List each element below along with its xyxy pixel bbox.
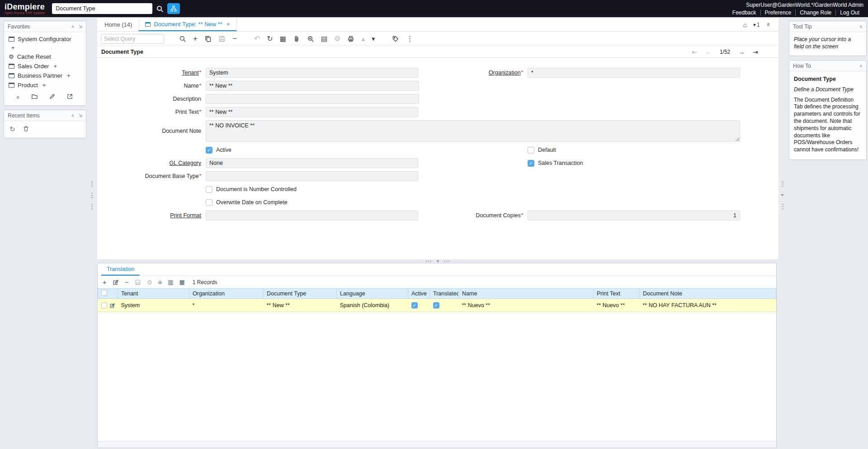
name-field[interactable] xyxy=(206,81,419,91)
undo-icon[interactable]: ↶ xyxy=(254,35,260,42)
preference-link[interactable]: Preference xyxy=(760,9,796,16)
list-view-icon[interactable]: ≡ xyxy=(158,279,162,285)
tenant-field[interactable] xyxy=(206,68,418,78)
close-tab-icon[interactable]: × xyxy=(226,21,230,28)
next-record-icon[interactable]: → xyxy=(738,49,745,55)
south-splitter[interactable]: ▾ xyxy=(97,259,778,263)
row-select-checkbox[interactable] xyxy=(101,303,107,309)
table-row[interactable]: System * ** New ** Spanish (Colombia) **… xyxy=(98,299,776,312)
print-text-field[interactable] xyxy=(206,107,418,117)
feedback-link[interactable]: Feedback xyxy=(728,9,760,16)
select-query-input[interactable] xyxy=(101,34,164,43)
tenant-label[interactable]: Tenant* xyxy=(97,70,206,76)
last-record-icon[interactable]: ⇥ xyxy=(753,49,758,55)
change-role-link[interactable]: Change Role xyxy=(795,9,835,16)
grid-toggle-icon[interactable]: ▦ xyxy=(280,35,286,42)
delete-row-icon[interactable]: − xyxy=(125,279,129,285)
detail-record-icon[interactable]: ▾ xyxy=(372,35,375,42)
trash-icon[interactable] xyxy=(23,125,29,133)
find-record-icon[interactable] xyxy=(179,35,186,42)
search-icon[interactable] xyxy=(156,5,164,13)
column-view-icon[interactable]: ▥ xyxy=(168,279,173,285)
right-splitter[interactable]: ◂ xyxy=(781,20,785,447)
organization-label[interactable]: Organization* xyxy=(419,70,528,76)
edit-favorites-icon[interactable] xyxy=(49,93,56,101)
collapse-all-icon[interactable]: » xyxy=(15,95,22,98)
gl-category-field[interactable] xyxy=(206,158,418,168)
active-checkbox[interactable] xyxy=(206,147,212,154)
col-header-document-type[interactable]: Document Type xyxy=(264,289,337,299)
col-header-tenant[interactable]: Tenant xyxy=(118,289,189,299)
description-field[interactable] xyxy=(206,94,419,104)
overwrite-date-checkbox[interactable] xyxy=(206,199,212,206)
col-header-translated[interactable]: Translated xyxy=(430,289,459,299)
favorites-item-product[interactable]: Product + xyxy=(4,80,86,90)
parent-record-icon[interactable]: ▴ xyxy=(361,35,365,42)
col-header-document-note[interactable]: Document Note xyxy=(640,289,776,299)
new-record-shortcut-icon[interactable]: + xyxy=(67,72,71,79)
print-icon[interactable] xyxy=(347,35,354,42)
delete-record-icon[interactable]: − xyxy=(232,35,237,42)
save-icon[interactable] xyxy=(218,35,226,42)
folder-icon[interactable] xyxy=(31,93,38,101)
tab-translation[interactable]: Translation xyxy=(101,263,140,276)
sales-transaction-checkbox[interactable] xyxy=(528,160,534,167)
new-record-shortcut-icon[interactable]: + xyxy=(42,82,46,89)
previous-record-icon[interactable]: ← xyxy=(705,49,712,55)
grid-view-icon[interactable]: ▦ xyxy=(179,279,185,285)
report-icon[interactable]: ▤ xyxy=(321,35,327,42)
number-controlled-checkbox[interactable] xyxy=(206,186,212,193)
left-splitter[interactable] xyxy=(90,20,94,447)
export-icon[interactable] xyxy=(66,93,73,101)
cell-active-checkbox[interactable] xyxy=(411,302,418,309)
collapse-east-arrow-icon[interactable]: ◂ xyxy=(781,192,783,197)
print-format-field[interactable] xyxy=(206,210,418,220)
collapse-panel-icon[interactable]: ∧ xyxy=(71,24,74,29)
more-options-icon[interactable]: ⋮ xyxy=(406,35,413,42)
edit-row-icon[interactable] xyxy=(113,279,119,285)
tab-home[interactable]: Home (14) xyxy=(98,18,138,31)
document-copies-field[interactable] xyxy=(528,210,740,220)
menu-tree-button[interactable] xyxy=(167,3,180,14)
zoom-across-icon[interactable] xyxy=(307,35,314,42)
favorites-item-system-configurator[interactable]: System Configurator xyxy=(4,34,86,44)
refresh-icon[interactable]: ↻ xyxy=(267,35,273,42)
collapse-panel-icon[interactable]: ∧ xyxy=(859,24,863,29)
expand-panel-icon[interactable]: ⇲ xyxy=(79,24,82,29)
customize-grid-icon[interactable]: ⚙ xyxy=(147,279,153,285)
favorites-item-sales-order[interactable]: Sales Order + xyxy=(4,61,86,71)
new-record-icon[interactable]: + xyxy=(193,35,198,42)
home-icon[interactable]: ⌂ xyxy=(743,22,747,28)
select-all-checkbox[interactable] xyxy=(101,290,107,296)
expand-node-button[interactable]: + xyxy=(4,44,86,52)
copy-record-icon[interactable] xyxy=(204,35,212,42)
print-format-label[interactable]: Print Format xyxy=(97,212,206,219)
collapse-panel-icon[interactable]: ∧ xyxy=(71,113,74,118)
open-windows-dropdown[interactable]: ▾ 1 xyxy=(753,22,760,28)
expand-panel-icon[interactable]: ⇲ xyxy=(79,113,82,118)
col-header-language[interactable]: Language xyxy=(337,289,408,299)
label-tag-icon[interactable] xyxy=(392,35,399,42)
col-header-print-text[interactable]: Print Text xyxy=(594,289,640,299)
cell-translated-checkbox[interactable] xyxy=(433,302,439,309)
archive-icon[interactable]: ⚙ xyxy=(334,35,340,42)
edit-row-icon[interactable] xyxy=(109,303,115,309)
organization-field[interactable] xyxy=(528,68,740,78)
collapse-panel-icon[interactable]: ∧ xyxy=(859,64,863,68)
new-row-icon[interactable]: + xyxy=(103,279,107,285)
document-note-field[interactable]: ** NO INVOICE ** xyxy=(206,120,740,142)
gl-category-label[interactable]: GL Category xyxy=(97,160,206,166)
col-header-organization[interactable]: Organization xyxy=(189,289,264,299)
col-header-active[interactable]: Active xyxy=(408,289,430,299)
new-record-shortcut-icon[interactable]: + xyxy=(53,63,57,70)
first-record-icon[interactable]: ⇤ xyxy=(692,49,697,55)
tab-document-type[interactable]: Document Type: ** New ** × xyxy=(138,18,236,31)
col-header-name[interactable]: Name xyxy=(459,289,594,299)
favorites-item-business-partner[interactable]: Business Partner + xyxy=(4,71,86,80)
global-search-input[interactable] xyxy=(52,3,152,14)
attachment-icon[interactable] xyxy=(293,35,300,42)
default-checkbox[interactable] xyxy=(528,147,534,154)
save-rows-icon[interactable] xyxy=(135,279,141,285)
favorites-item-cache-reset[interactable]: ⚙ Cache Reset xyxy=(4,52,86,61)
collapse-header-icon[interactable]: » xyxy=(764,23,771,26)
